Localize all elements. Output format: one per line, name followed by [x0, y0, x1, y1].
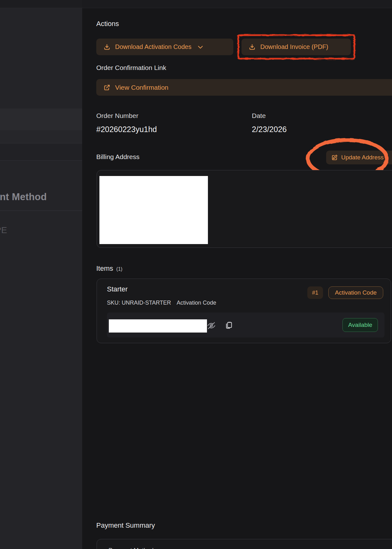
sidebar-section [0, 8, 82, 109]
update-address-label: Update Address [341, 154, 384, 161]
view-confirmation-label: View Confirmation [115, 84, 168, 91]
chevron-down-icon [197, 44, 204, 51]
actions-heading: Actions [96, 20, 119, 28]
billing-address-card [97, 170, 392, 248]
payment-summary-heading: Payment Summary [96, 521, 155, 530]
copy-icon [224, 321, 233, 330]
date-label: Date [252, 112, 266, 120]
page: { "sidebar": { "partial_heading": "ment … [0, 0, 392, 549]
item-index-badge: #1 [307, 286, 323, 299]
sidebar-row[interactable] [0, 130, 82, 143]
payment-summary-card: Payment Method [97, 539, 392, 549]
billing-address-heading: Billing Address [96, 153, 140, 161]
update-address-button[interactable]: Update Address [326, 151, 392, 164]
redacted-activation-code [109, 319, 207, 333]
date-value: 2/23/2026 [252, 125, 287, 134]
copy-code-button[interactable] [224, 320, 234, 330]
eye-off-icon [207, 321, 216, 330]
sidebar-row[interactable] [0, 143, 82, 161]
panel-top-strip [82, 0, 392, 8]
background-sidebar: ment Method PE [0, 0, 82, 549]
edit-pencil-icon [331, 154, 338, 161]
items-heading: Items [96, 264, 113, 273]
redacted-billing-address [99, 176, 208, 244]
sidebar-highlighted-row[interactable] [0, 109, 82, 130]
order-number-value: #20260223yu1hd [96, 125, 157, 134]
item-type-text: Activation Code [177, 300, 216, 306]
download-icon [248, 43, 256, 51]
download-icon [103, 43, 111, 51]
order-confirmation-link-label: Order Confirmation Link [96, 64, 166, 72]
external-link-icon [103, 84, 111, 91]
download-invoice-button[interactable]: Download Invoice (PDF) [241, 39, 351, 55]
item-sku-row: SKU: UNRAID-STARTER Activation Code [107, 300, 216, 306]
download-invoice-label: Download Invoice (PDF) [260, 43, 328, 51]
sidebar-section: PE [0, 211, 82, 549]
payment-method-row-label: Payment Method [109, 547, 154, 549]
status-badge: Available [342, 318, 378, 332]
payment-provider-partial: PE [0, 225, 7, 235]
sidebar-payment-method-section: ment Method [0, 161, 82, 211]
item-card: Starter #1 Activation Code SKU: UNRAID-S… [97, 279, 391, 343]
download-activation-codes-label: Download Activation Codes [115, 43, 191, 51]
order-number-label: Order Number [96, 112, 138, 120]
download-activation-codes-button[interactable]: Download Activation Codes [96, 39, 233, 55]
order-details-panel: Actions Download Activation Codes Downlo… [82, 0, 392, 549]
items-count: (1) [116, 266, 123, 272]
payment-method-heading-partial: ment Method [0, 191, 47, 203]
item-title: Starter [107, 285, 128, 293]
view-confirmation-button[interactable]: View Confirmation [96, 79, 392, 96]
toggle-code-visibility-button[interactable] [206, 321, 216, 331]
items-heading-row: Items (1) [96, 264, 122, 273]
sidebar-top-strip [0, 0, 82, 8]
activation-code-badge: Activation Code [328, 286, 383, 299]
activation-code-row: Available [107, 312, 384, 338]
item-sku: SKU: UNRAID-STARTER [107, 300, 171, 306]
